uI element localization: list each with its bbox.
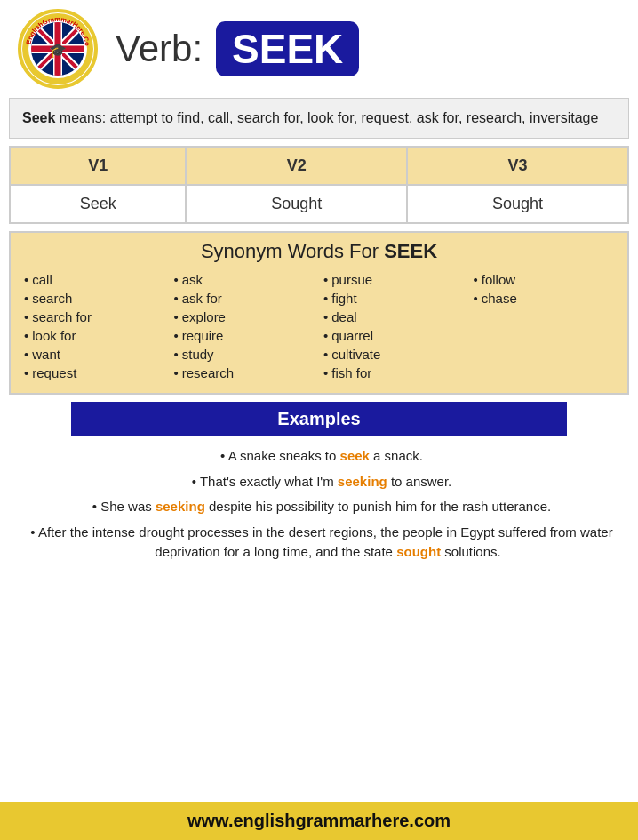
definition-text: means: attempt to find, call, search for… — [55, 110, 598, 125]
list-item: pursue — [323, 270, 465, 289]
list-item: study — [174, 345, 315, 364]
examples-header: Examples — [71, 402, 567, 436]
list-item: request — [24, 364, 165, 382]
list-item: search for — [24, 308, 165, 326]
list-item: ask for — [174, 289, 315, 308]
definition-box: Seek means: attempt to find, call, searc… — [9, 98, 629, 139]
list-item: cultivate — [323, 345, 465, 364]
list-item: call — [24, 270, 165, 289]
examples-section: A snake sneaks to seek a snack. That's e… — [0, 444, 638, 565]
header: EnglishGrammarHere.Com 🎓 Verb: SEEK — [0, 0, 638, 98]
example-2: That's exactly what I'm seeking to answe… — [18, 469, 620, 495]
synonym-col-4: follow chase — [469, 270, 619, 382]
v1-value: Seek — [10, 185, 186, 223]
example-3: She was seeking despite his possibility … — [18, 494, 620, 520]
list-item: fish for — [323, 364, 465, 382]
list-item: require — [174, 326, 315, 345]
definition-word: Seek — [22, 110, 55, 125]
footer-url: www.englishgrammarhere.com — [187, 811, 451, 830]
example-1: A snake sneaks to seek a snack. — [18, 444, 620, 469]
list-item: deal — [323, 308, 465, 326]
list-item: explore — [174, 308, 315, 326]
list-item: follow — [474, 270, 615, 289]
v3-header: V3 — [407, 147, 628, 185]
synonym-section: Synonym Words For SEEK call search searc… — [9, 231, 629, 395]
list-item: chase — [474, 289, 615, 308]
v2-header: V2 — [186, 147, 407, 185]
footer: www.englishgrammarhere.com — [0, 802, 638, 840]
synonym-col-2: ask ask for explore require study resear… — [170, 270, 320, 382]
synonym-title: Synonym Words For SEEK — [11, 233, 627, 270]
v3-value: Sought — [407, 185, 628, 223]
example-4: After the intense drought processes in t… — [18, 520, 620, 565]
site-logo: EnglishGrammarHere.Com 🎓 — [18, 9, 98, 89]
synonym-col-1: call search search for look for want req… — [20, 270, 170, 382]
list-item: fight — [323, 289, 465, 308]
list-item: research — [174, 364, 315, 382]
svg-text:🎓: 🎓 — [49, 42, 67, 59]
verb-forms-table: V1 V2 V3 Seek Sought Sought — [9, 146, 629, 224]
list-item: search — [24, 289, 165, 308]
word-badge: SEEK — [216, 21, 359, 76]
verb-label: Verb: — [116, 28, 203, 70]
title-area: Verb: SEEK — [116, 21, 620, 76]
list-item: quarrel — [323, 326, 465, 345]
synonym-grid: call search search for look for want req… — [11, 270, 627, 382]
list-item: want — [24, 345, 165, 364]
list-item: look for — [24, 326, 165, 345]
synonym-title-plain: Synonym Words For — [201, 240, 384, 262]
v1-header: V1 — [10, 147, 186, 185]
list-item: ask — [174, 270, 315, 289]
v2-value: Sought — [186, 185, 407, 223]
synonym-col-3: pursue fight deal quarrel cultivate fish… — [319, 270, 469, 382]
synonym-title-bold: SEEK — [384, 240, 437, 262]
